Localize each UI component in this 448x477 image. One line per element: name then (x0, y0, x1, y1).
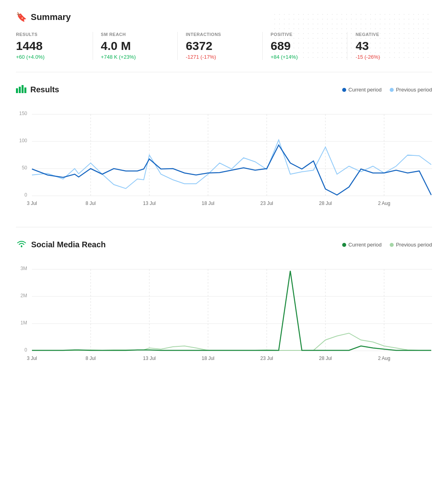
results-chart-header: Results Current period Previous period (16, 84, 432, 95)
metric-change: +748 K (+23%) (101, 54, 170, 60)
svg-rect-2 (22, 85, 24, 93)
results-previous-legend: Previous period (390, 87, 432, 93)
results-chart-section: Results Current period Previous period 1… (16, 72, 432, 227)
svg-text:8 Jul: 8 Jul (85, 356, 95, 361)
svg-text:2M: 2M (20, 293, 27, 298)
svg-text:28 Jul: 28 Jul (319, 201, 332, 206)
smreach-current-dot (342, 243, 346, 247)
svg-text:8 Jul: 8 Jul (85, 201, 95, 206)
metric-label: INTERACTIONS (186, 32, 254, 37)
smreach-chart-header: Social Media Reach Current period Previo… (16, 239, 432, 250)
svg-text:3 Jul: 3 Jul (27, 356, 37, 361)
metric-item-results: RESULTS1448+60 (+4.0%) (16, 32, 93, 60)
metric-label: POSITIVE (271, 32, 339, 37)
metric-label: NEGATIVE (355, 32, 424, 37)
metric-value: 6372 (186, 39, 254, 52)
metric-change: -15 (-26%) (355, 54, 424, 60)
metric-change: +84 (+14%) (271, 54, 339, 60)
smreach-chart-container: 3M 2M 1M 0 3 Jul 8 Jul 13 Jul (16, 258, 432, 370)
smreach-chart-svg: 3M 2M 1M 0 3 Jul 8 Jul 13 Jul (16, 258, 432, 370)
svg-text:150: 150 (19, 111, 27, 116)
wifi-icon (16, 239, 27, 250)
summary-title: 🔖 Summary (16, 12, 432, 22)
metric-value: 43 (355, 39, 424, 52)
current-period-dot (342, 88, 346, 92)
bar-chart-icon (16, 84, 26, 95)
summary-section: 🔖 Summary RESULTS1448+60 (+4.0%)SM REACH… (16, 12, 432, 72)
metric-item-sm-reach: SM REACH4.0 M+748 K (+23%) (93, 32, 178, 60)
svg-text:0: 0 (24, 347, 27, 353)
metric-item-positive: POSITIVE689+84 (+14%) (262, 32, 347, 60)
metric-item-negative: NEGATIVE43-15 (-26%) (347, 32, 432, 60)
metric-value: 689 (271, 39, 339, 52)
svg-text:28 Jul: 28 Jul (319, 356, 332, 361)
previous-period-line-results (32, 140, 431, 189)
svg-text:50: 50 (22, 165, 28, 171)
svg-text:3M: 3M (20, 266, 27, 271)
current-period-line-results (32, 145, 431, 195)
smreach-previous-legend: Previous period (390, 242, 432, 248)
smreach-chart-title: Social Media Reach (16, 239, 106, 250)
svg-text:18 Jul: 18 Jul (202, 201, 214, 206)
svg-text:23 Jul: 23 Jul (260, 356, 273, 361)
results-chart-container: 150 100 50 0 3 Jul 8 Jul 13 Jul (16, 103, 432, 215)
results-current-legend: Current period (342, 87, 382, 93)
metrics-row: RESULTS1448+60 (+4.0%)SM REACH4.0 M+748 … (16, 32, 432, 60)
metric-value: 4.0 M (101, 39, 170, 52)
metric-label: RESULTS (16, 32, 85, 37)
svg-text:18 Jul: 18 Jul (202, 356, 214, 361)
metric-value: 1448 (16, 39, 85, 52)
svg-text:13 Jul: 13 Jul (143, 201, 156, 206)
svg-text:2 Aug: 2 Aug (378, 201, 391, 206)
bookmark-icon: 🔖 (16, 12, 27, 22)
metric-change: +60 (+4.0%) (16, 54, 85, 60)
current-period-line-smreach (32, 271, 431, 350)
results-chart-title: Results (16, 84, 59, 95)
svg-rect-1 (19, 87, 21, 93)
metric-change: -1271 (-17%) (186, 54, 254, 60)
svg-text:13 Jul: 13 Jul (143, 356, 156, 361)
smreach-current-legend: Current period (342, 242, 382, 248)
metric-label: SM REACH (101, 32, 170, 37)
svg-text:23 Jul: 23 Jul (260, 201, 273, 206)
previous-period-dot (390, 88, 394, 92)
results-chart-legend: Current period Previous period (342, 87, 432, 93)
svg-rect-0 (16, 88, 18, 93)
svg-text:2 Aug: 2 Aug (378, 356, 391, 361)
svg-rect-3 (24, 87, 26, 93)
smreach-chart-legend: Current period Previous period (342, 242, 432, 248)
svg-point-25 (21, 246, 22, 247)
svg-text:1M: 1M (20, 320, 27, 326)
results-chart-svg: 150 100 50 0 3 Jul 8 Jul 13 Jul (16, 103, 432, 215)
svg-text:100: 100 (19, 138, 27, 143)
page-container: 🔖 Summary RESULTS1448+60 (+4.0%)SM REACH… (0, 0, 448, 394)
smreach-previous-dot (390, 243, 394, 247)
smreach-chart-section: Social Media Reach Current period Previo… (16, 227, 432, 382)
svg-text:3 Jul: 3 Jul (27, 201, 37, 206)
svg-text:0: 0 (24, 192, 27, 198)
metric-item-interactions: INTERACTIONS6372-1271 (-17%) (177, 32, 262, 60)
